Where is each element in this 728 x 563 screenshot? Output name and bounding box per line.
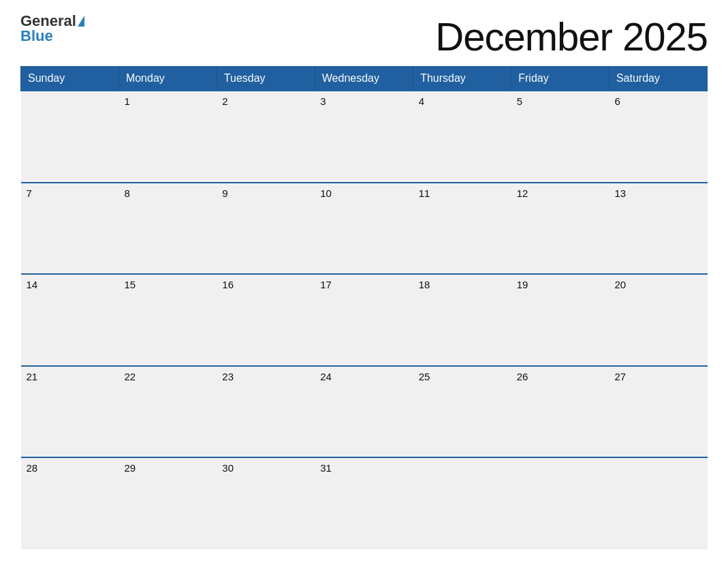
day-cell: 25	[413, 366, 511, 458]
day-cell: 30	[217, 457, 315, 549]
day-cell: 22	[118, 366, 217, 458]
day-cell: 8	[118, 183, 217, 275]
day-cell: 20	[609, 274, 707, 366]
day-cell: 15	[118, 274, 217, 366]
logo-general-text: General	[20, 14, 76, 29]
day-cell: 29	[118, 457, 217, 549]
day-cell: 2	[217, 91, 315, 183]
calendar-table: Sunday Monday Tuesday Wednesday Thursday…	[20, 66, 708, 549]
day-cell: 4	[413, 91, 511, 183]
day-cell: 31	[315, 457, 413, 549]
day-cell: 17	[315, 274, 413, 366]
logo-blue-text: Blue	[20, 29, 53, 44]
page-header: General Blue December 2025	[20, 14, 708, 59]
day-cell: 16	[217, 274, 315, 366]
day-cell: 18	[413, 274, 511, 366]
col-friday: Friday	[511, 67, 610, 91]
day-cell	[511, 457, 610, 549]
col-monday: Monday	[118, 67, 217, 91]
month-title: December 2025	[435, 14, 708, 59]
day-cell: 5	[511, 91, 610, 183]
logo-blue-row: Blue	[20, 29, 53, 44]
week-row-2: 7 8 9 10 11 12 13	[21, 183, 708, 275]
logo-triangle-icon	[78, 16, 84, 27]
week-row-1: 1 2 3 4 5 6	[21, 91, 708, 183]
calendar-page: General Blue December 2025 Sunday Monday…	[0, 0, 728, 563]
day-cell: 3	[315, 91, 413, 183]
week-row-5: 28 29 30 31	[21, 457, 708, 549]
day-cell: 13	[609, 183, 707, 275]
calendar-body: 1 2 3 4 5 6 7 8 9 10 11 12 13 14 15 16 1…	[21, 91, 708, 549]
week-row-4: 21 22 23 24 25 26 27	[21, 366, 708, 458]
day-cell: 11	[413, 183, 511, 275]
days-of-week-row: Sunday Monday Tuesday Wednesday Thursday…	[21, 67, 708, 91]
col-sunday: Sunday	[21, 67, 119, 91]
day-cell: 6	[609, 91, 707, 183]
day-cell	[21, 91, 119, 183]
calendar-header: Sunday Monday Tuesday Wednesday Thursday…	[21, 67, 708, 91]
day-cell: 23	[217, 366, 315, 458]
day-cell: 28	[21, 457, 119, 549]
day-cell: 14	[21, 274, 119, 366]
day-cell: 24	[315, 366, 413, 458]
col-thursday: Thursday	[413, 67, 511, 91]
day-cell: 19	[511, 274, 610, 366]
logo: General Blue	[20, 14, 84, 44]
day-cell	[413, 457, 511, 549]
col-tuesday: Tuesday	[217, 67, 315, 91]
day-cell: 26	[511, 366, 610, 458]
col-saturday: Saturday	[609, 67, 707, 91]
day-cell: 9	[217, 183, 315, 275]
day-cell: 1	[118, 91, 217, 183]
logo-general-row: General	[20, 14, 84, 29]
col-wednesday: Wednesday	[315, 67, 413, 91]
day-cell: 27	[609, 366, 707, 458]
day-cell	[609, 457, 707, 549]
week-row-3: 14 15 16 17 18 19 20	[21, 274, 708, 366]
day-cell: 7	[21, 183, 119, 275]
day-cell: 12	[511, 183, 610, 275]
day-cell: 10	[315, 183, 413, 275]
day-cell: 21	[21, 366, 119, 458]
